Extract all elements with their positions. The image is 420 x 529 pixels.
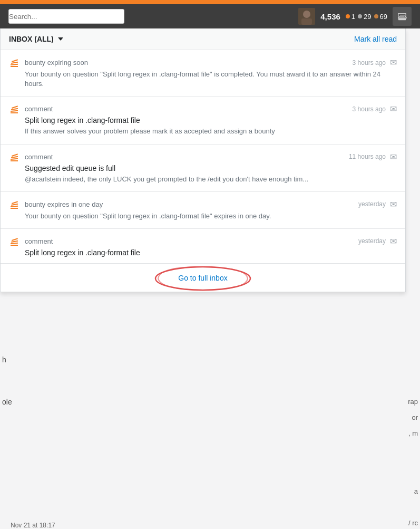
gold-badge: 1 xyxy=(346,13,355,21)
svg-rect-13 xyxy=(11,158,18,159)
header: 4,536 1 29 69 xyxy=(0,4,420,28)
bg-right-text-3: , m xyxy=(408,429,418,437)
notification-item[interactable]: bounty expiring soon 3 hours ago ✉ Your … xyxy=(1,50,405,97)
bg-right-text-4: a xyxy=(414,487,418,495)
notification-item[interactable]: comment yesterday ✉ Split long regex in … xyxy=(1,229,405,264)
notif-body: @acarlstein indeed, the only LUCK you ge… xyxy=(25,175,397,184)
avatar[interactable] xyxy=(298,8,315,25)
notification-item[interactable]: bounty expires in one day yesterday ✉ Yo… xyxy=(1,192,405,229)
notif-body: Your bounty on question "Split long rege… xyxy=(25,211,397,221)
mark-all-read-button[interactable]: Mark all read xyxy=(354,35,397,43)
notif-time: yesterday xyxy=(358,200,386,208)
inbox-dropdown: INBOX (ALL) Mark all read bounty expi xyxy=(0,28,406,292)
svg-rect-3 xyxy=(398,18,406,21)
notif-body: If this answer solves your problem pleas… xyxy=(25,127,397,136)
badge-group: 1 29 69 xyxy=(346,13,387,21)
header-right: 4,536 1 29 69 xyxy=(298,7,412,26)
notif-header-line: comment 11 hours ago ✉ xyxy=(25,152,397,162)
goto-inbox-row: Go to full inbox xyxy=(1,264,405,292)
notif-row: comment 3 hours ago ✉ Split long regex i… xyxy=(9,104,397,136)
notif-content: comment 3 hours ago ✉ Split long regex i… xyxy=(25,104,397,136)
top-bar xyxy=(0,0,420,4)
notif-row: comment yesterday ✉ Split long regex in … xyxy=(9,236,397,259)
notification-item[interactable]: comment 11 hours ago ✉ Suggested edit qu… xyxy=(1,145,405,192)
notif-time: 3 hours ago xyxy=(353,105,386,113)
notif-type: comment xyxy=(25,153,53,161)
notif-type: bounty expiring soon xyxy=(25,59,88,66)
notif-time-group: 3 hours ago ✉ xyxy=(353,104,397,114)
envelope-icon: ✉ xyxy=(390,152,397,162)
notif-title: Split long regex in .clang-format file xyxy=(25,248,397,257)
inbox-title[interactable]: INBOX (ALL) xyxy=(9,35,63,43)
gold-dot xyxy=(346,14,350,18)
svg-rect-5 xyxy=(11,64,18,65)
notif-type: comment xyxy=(25,105,53,113)
svg-rect-2 xyxy=(301,18,312,25)
bottom-text: Nov 21 at 18:17 xyxy=(11,522,55,529)
inbox-title-text: INBOX (ALL) xyxy=(9,35,54,43)
bg-right-text-1: rap xyxy=(408,398,418,406)
svg-rect-4 xyxy=(11,66,18,67)
svg-rect-9 xyxy=(11,110,18,112)
notif-row: comment 11 hours ago ✉ Suggested edit qu… xyxy=(9,152,397,184)
stack-overflow-icon xyxy=(9,200,19,213)
chevron-down-icon xyxy=(58,37,63,41)
panel-header: INBOX (ALL) Mark all read xyxy=(1,28,405,50)
envelope-icon: ✉ xyxy=(390,199,397,209)
stack-overflow-icon xyxy=(9,105,19,118)
notif-header-line: bounty expiring soon 3 hours ago ✉ xyxy=(25,57,397,68)
bronze-badge: 69 xyxy=(374,13,387,21)
notif-row: bounty expires in one day yesterday ✉ Yo… xyxy=(9,199,397,221)
silver-badge: 29 xyxy=(358,13,371,21)
notif-content: comment yesterday ✉ Split long regex in … xyxy=(25,236,397,259)
silver-dot xyxy=(358,14,362,18)
notif-time-group: yesterday ✉ xyxy=(358,236,397,246)
notif-title: Split long regex in .clang-format file xyxy=(25,116,397,124)
search-input[interactable] xyxy=(8,9,124,24)
svg-rect-17 xyxy=(11,206,18,207)
notif-time-group: yesterday ✉ xyxy=(358,199,397,209)
notif-body: Your bounty on question "Split long rege… xyxy=(25,70,397,89)
notif-header-line: comment 3 hours ago ✉ xyxy=(25,104,397,114)
notif-content: bounty expires in one day yesterday ✉ Yo… xyxy=(25,199,397,221)
bg-right-text-2: or xyxy=(412,413,418,421)
silver-count: 29 xyxy=(364,13,371,21)
notification-item[interactable]: comment 3 hours ago ✉ Split long regex i… xyxy=(1,97,405,144)
bronze-count: 69 xyxy=(380,13,387,21)
notif-time: 11 hours ago xyxy=(349,153,386,160)
svg-point-1 xyxy=(303,11,310,18)
svg-rect-8 xyxy=(11,112,18,113)
gold-count: 1 xyxy=(351,13,355,21)
stack-overflow-icon xyxy=(9,59,19,71)
notif-title: Suggested edit queue is full xyxy=(25,164,397,172)
envelope-icon: ✉ xyxy=(390,57,397,68)
notif-content: comment 11 hours ago ✉ Suggested edit qu… xyxy=(25,152,397,184)
notif-type: comment xyxy=(25,237,53,245)
notif-time: yesterday xyxy=(358,237,386,245)
bronze-dot xyxy=(374,14,378,18)
inbox-button[interactable] xyxy=(393,7,412,26)
bg-left-text-3: h xyxy=(2,355,6,364)
notif-type: bounty expires in one day xyxy=(25,200,103,208)
svg-rect-21 xyxy=(11,243,18,244)
notif-header-line: bounty expires in one day yesterday ✉ xyxy=(25,199,397,209)
bg-right-text-5: / rc xyxy=(408,519,418,527)
svg-rect-12 xyxy=(11,160,18,161)
notif-time-group: 3 hours ago ✉ xyxy=(353,57,397,68)
goto-inbox-button[interactable]: Go to full inbox xyxy=(172,272,233,284)
stack-overflow-icon xyxy=(9,153,19,166)
svg-rect-20 xyxy=(11,245,18,246)
envelope-icon: ✉ xyxy=(390,104,397,114)
notif-time: 3 hours ago xyxy=(353,59,386,66)
envelope-icon: ✉ xyxy=(390,236,397,246)
notif-content: bounty expiring soon 3 hours ago ✉ Your … xyxy=(25,57,397,89)
bg-left-text-4: ole xyxy=(2,398,12,406)
notif-time-group: 11 hours ago ✉ xyxy=(349,152,397,162)
reputation-count: 4,536 xyxy=(320,12,340,21)
notif-row: bounty expiring soon 3 hours ago ✉ Your … xyxy=(9,57,397,89)
notif-header-line: comment yesterday ✉ xyxy=(25,236,397,246)
svg-rect-16 xyxy=(11,208,18,209)
stack-overflow-icon xyxy=(9,237,19,250)
